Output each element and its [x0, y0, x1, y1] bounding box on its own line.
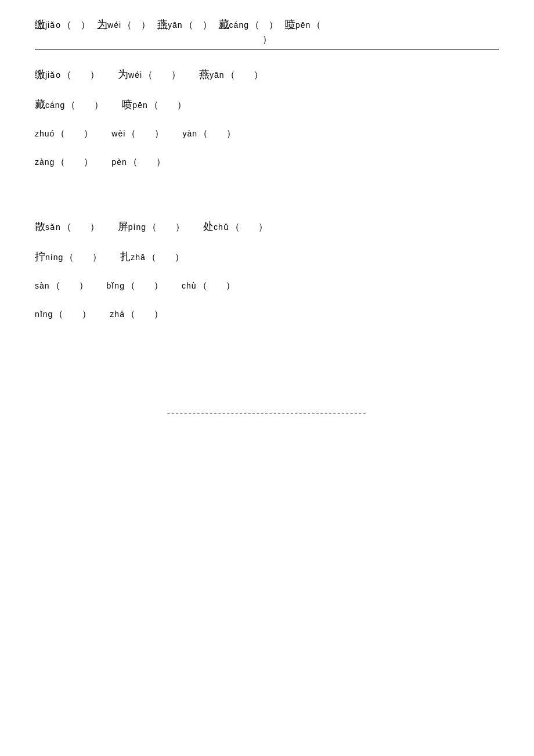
spacer1 — [35, 185, 499, 219]
top-row2: ） — [35, 31, 499, 46]
word-item-zhuo: zhuó（ ） — [35, 128, 94, 140]
top-char-3: 燕 — [157, 17, 168, 31]
group4-row1: sàn（ ） bǐng（ ） chù（ ） — [35, 280, 499, 292]
top-item-4: 藏cáng（ ） — [219, 17, 279, 31]
top-item-1: 缴jiǎo（ ） — [35, 17, 91, 31]
group4-row2: nǐng（ ） zhá（ ） — [35, 308, 499, 321]
top-char-2: 为 — [97, 17, 107, 31]
dashed-line-section: ----------------------------------------… — [35, 406, 499, 419]
group2-row2: zàng（ ） pèn（ ） — [35, 156, 499, 168]
group2: zhuó（ ） wèi（ ） yàn（ ） zàng（ ） pèn（ ） — [35, 128, 499, 168]
word-item-chu2: chù（ ） — [182, 280, 236, 292]
word-item-bing: bǐng（ ） — [107, 280, 164, 292]
word-item-jiao: 缴jiǎo（ ） — [35, 67, 100, 81]
top-char-4: 藏 — [219, 17, 229, 31]
word-item-ping: 屏píng（ ） — [118, 219, 186, 233]
word-item-zang: zàng（ ） — [35, 156, 94, 168]
word-item-ning2: nǐng（ ） — [35, 308, 92, 321]
word-item-yan: 燕yān（ ） — [199, 67, 264, 81]
top-pinyin-2: wéi — [107, 20, 121, 30]
word-item-san2: sàn（ ） — [35, 280, 89, 292]
top-pinyin-3: yān — [168, 20, 183, 30]
spacer2 — [35, 337, 499, 383]
top-pinyin-4: cáng — [229, 20, 249, 30]
top-char-1: 缴 — [35, 17, 45, 31]
group1-row2: 藏cáng（ ） 喷pēn（ ） — [35, 98, 499, 111]
top-row1: 缴jiǎo（ ） 为wéi（ ） 燕yān（ ） 藏cáng（ ） 喷pēn（ — [35, 17, 499, 31]
group3: 散sǎn（ ） 屏píng（ ） 处chǔ（ ） 拧níng（ ） 扎zhā（ … — [35, 219, 499, 264]
group2-row1: zhuó（ ） wèi（ ） yàn（ ） — [35, 128, 499, 140]
word-item-wei2: wèi（ ） — [111, 128, 165, 140]
word-item-zha2: zhá（ ） — [110, 308, 164, 321]
top-item-3: 燕yān（ ） — [157, 17, 213, 31]
word-item-ning: 拧níng（ ） — [35, 250, 103, 264]
top-char-5: 喷 — [285, 17, 295, 31]
word-item-pen: 喷pēn（ ） — [122, 98, 187, 111]
top-item-5: 喷pēn（ — [285, 17, 322, 31]
word-item-pen2: pèn（ ） — [111, 156, 166, 168]
top-pinyin-1: jiǎo — [45, 20, 61, 30]
group4: sàn（ ） bǐng（ ） chù（ ） nǐng（ ） zhá（ ） — [35, 280, 499, 321]
group3-row2: 拧níng（ ） 扎zhā（ ） — [35, 250, 499, 264]
group1-row1: 缴jiǎo（ ） 为wéi（ ） 燕yān（ ） — [35, 67, 499, 81]
word-item-wei: 为wéi（ ） — [118, 67, 182, 81]
top-item-2: 为wéi（ ） — [97, 17, 151, 31]
top-section: 缴jiǎo（ ） 为wéi（ ） 燕yān（ ） 藏cáng（ ） 喷pēn（ … — [35, 17, 499, 50]
word-item-chu: 处chǔ（ ） — [203, 219, 269, 233]
word-item-san: 散sǎn（ ） — [35, 219, 100, 233]
group1: 缴jiǎo（ ） 为wéi（ ） 燕yān（ ） 藏cáng（ ） 喷pēn（ … — [35, 67, 499, 111]
dashed-line: ----------------------------------------… — [167, 408, 367, 417]
group3-row1: 散sǎn（ ） 屏píng（ ） 处chǔ（ ） — [35, 219, 499, 233]
word-item-yan2: yàn（ ） — [182, 128, 237, 140]
word-item-cang: 藏cáng（ ） — [35, 98, 104, 111]
word-item-zha: 扎zhā（ ） — [120, 250, 185, 264]
top-pinyin-5: pēn — [295, 20, 311, 30]
